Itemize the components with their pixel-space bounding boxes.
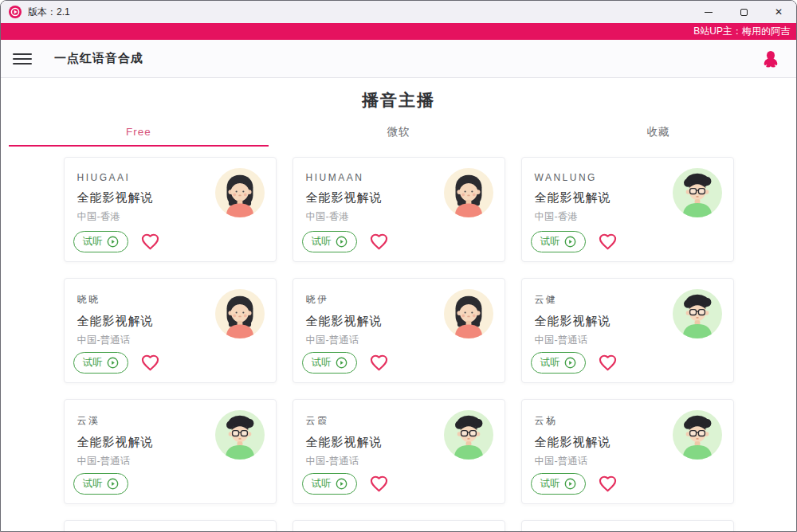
- listen-button[interactable]: 试听: [302, 231, 357, 252]
- listen-button-label: 试听: [83, 477, 103, 491]
- voice-card-3: 晓晓 全能影视解说 中国-普通话 试听: [64, 278, 277, 383]
- listen-button-label: 试听: [540, 356, 560, 370]
- page-title: 播音主播: [1, 89, 796, 111]
- listen-button-label: 试听: [83, 235, 103, 248]
- uploader-banner-text: B站UP主：梅用的阿吉: [693, 25, 790, 38]
- male-avatar: [215, 410, 265, 460]
- listen-button[interactable]: 试听: [531, 231, 586, 252]
- card-actions: 试听: [531, 231, 617, 252]
- play-icon: [107, 357, 119, 369]
- minimize-button[interactable]: [691, 1, 726, 23]
- tab-favorites[interactable]: 收藏: [528, 121, 788, 147]
- listen-button[interactable]: 试听: [73, 231, 128, 252]
- card-actions: 试听: [531, 352, 617, 374]
- voice-card-4: 晓伊 全能影视解说 中国-普通话 试听: [292, 278, 505, 383]
- play-icon: [564, 357, 576, 369]
- listen-button-label: 试听: [312, 235, 332, 248]
- card-actions: 试听: [73, 352, 159, 374]
- listen-button[interactable]: 试听: [73, 473, 128, 495]
- favorite-heart-icon[interactable]: [599, 354, 617, 371]
- voice-card-partial-0: [64, 520, 277, 531]
- card-actions: 试听: [531, 473, 617, 495]
- play-icon: [107, 236, 119, 248]
- voice-card-partial-1: [292, 520, 505, 531]
- menu-icon[interactable]: [13, 53, 32, 65]
- play-icon: [336, 357, 347, 369]
- play-icon: [107, 478, 119, 490]
- listen-button-label: 试听: [83, 356, 103, 370]
- app-window: 版本：2.1 ✕ B站UP主：梅用的阿吉 一点红语音合成 播音主播: [0, 0, 797, 532]
- voice-card-6: 云溪 全能影视解说 中国-普通话 试听: [64, 399, 277, 504]
- female-avatar: [215, 289, 265, 338]
- card-actions: 试听: [73, 473, 128, 495]
- maximize-button[interactable]: [726, 1, 761, 23]
- male-avatar: [673, 410, 722, 460]
- favorite-heart-icon[interactable]: [370, 475, 388, 492]
- listen-button[interactable]: 试听: [302, 473, 357, 495]
- favorite-heart-icon[interactable]: [599, 233, 617, 250]
- voice-card-1: HIUMAAN 全能影视解说 中国-香港 试听: [292, 157, 505, 262]
- listen-button[interactable]: 试听: [531, 473, 586, 495]
- app-toolbar: 一点红语音合成: [1, 40, 796, 78]
- female-avatar: [444, 289, 493, 338]
- voice-card-8: 云杨 全能影视解说 中国-普通话 试听: [521, 399, 734, 504]
- active-tab-underline: [9, 145, 269, 147]
- favorite-heart-icon[interactable]: [370, 354, 388, 371]
- voice-card-5: 云健 全能影视解说 中国-普通话 试听: [521, 278, 734, 383]
- favorite-heart-icon[interactable]: [370, 233, 388, 250]
- listen-button[interactable]: 试听: [73, 352, 128, 374]
- card-actions: 试听: [302, 231, 388, 252]
- voice-card-2: WANLUNG 全能影视解说 中国-香港 试听: [521, 157, 734, 262]
- female-avatar: [215, 168, 265, 217]
- uploader-banner: B站UP主：梅用的阿吉: [1, 23, 796, 40]
- card-actions: 试听: [302, 473, 388, 495]
- voice-card-partial-2: [521, 520, 734, 531]
- tab-microsoft[interactable]: 微软: [269, 121, 528, 147]
- listen-button[interactable]: 试听: [302, 352, 357, 374]
- play-icon: [564, 478, 576, 490]
- app-logo-icon: [9, 6, 22, 18]
- listen-button-label: 试听: [540, 477, 560, 491]
- voice-card-grid: HIUGAAI 全能影视解说 中国-香港 试听 HIUMAAN 全能影视解说 中…: [64, 157, 734, 504]
- tab-free[interactable]: Free: [9, 121, 269, 147]
- listen-button-label: 试听: [540, 235, 560, 248]
- card-actions: 试听: [302, 352, 388, 374]
- listen-button[interactable]: 试听: [531, 352, 586, 374]
- voice-card-grid-next-row: [64, 520, 734, 531]
- app-title: 一点红语音合成: [54, 51, 143, 66]
- titlebar: 版本：2.1 ✕: [1, 1, 796, 23]
- version-label: 版本：2.1: [28, 6, 70, 19]
- close-button[interactable]: ✕: [761, 1, 796, 23]
- play-icon: [336, 478, 347, 490]
- voice-card-7: 云霞 全能影视解说 中国-普通话 试听: [292, 399, 505, 504]
- qq-penguin-icon[interactable]: [763, 50, 779, 68]
- play-icon: [564, 236, 576, 248]
- card-actions: 试听: [73, 231, 159, 252]
- favorite-heart-icon[interactable]: [141, 233, 159, 250]
- male-avatar: [673, 168, 722, 217]
- main-content: 播音主播 Free 微软 收藏 HIUGAAI 全能影视解说 中国-香港 试听: [1, 78, 796, 531]
- favorite-heart-icon[interactable]: [599, 475, 617, 492]
- female-avatar: [444, 168, 493, 217]
- listen-button-label: 试听: [312, 477, 332, 491]
- tab-bar: Free 微软 收藏: [9, 121, 788, 147]
- male-avatar: [444, 410, 493, 460]
- favorite-heart-icon[interactable]: [141, 354, 159, 371]
- male-avatar: [673, 289, 722, 338]
- voice-card-0: HIUGAAI 全能影视解说 中国-香港 试听: [64, 157, 277, 262]
- play-icon: [336, 236, 347, 248]
- listen-button-label: 试听: [312, 356, 332, 370]
